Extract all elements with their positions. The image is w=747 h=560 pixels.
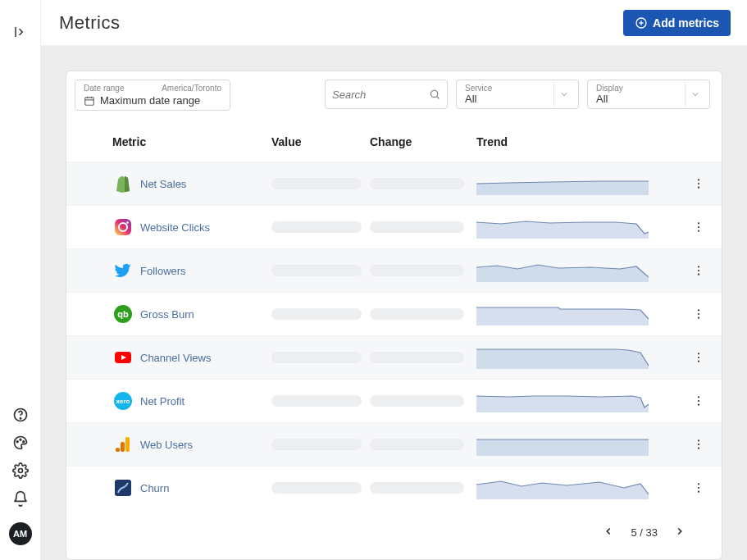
metric-link[interactable]: Followers xyxy=(140,265,186,277)
page-title: Metrics xyxy=(59,12,120,34)
notifications-bell-icon[interactable] xyxy=(11,489,30,508)
svg-rect-10 xyxy=(85,97,94,104)
table-header: Metric Value Change Trend xyxy=(66,119,722,162)
trend-sparkline xyxy=(476,433,649,456)
value-placeholder xyxy=(271,265,362,276)
row-more-button[interactable] xyxy=(687,481,710,494)
add-metrics-label: Add metrics xyxy=(653,16,719,30)
display-select-value: All xyxy=(596,93,623,105)
expand-nav-button[interactable] xyxy=(11,22,30,42)
source-icon: xero xyxy=(112,390,134,412)
svg-point-45 xyxy=(116,448,120,452)
metric-link[interactable]: Gross Burn xyxy=(140,308,194,321)
svg-rect-44 xyxy=(121,442,125,452)
metric-link[interactable]: Website Clicks xyxy=(140,221,210,234)
search-input[interactable] xyxy=(332,89,429,101)
pager-prev-button[interactable] xyxy=(599,522,617,543)
table-row: Web Users xyxy=(66,422,722,466)
change-placeholder xyxy=(370,352,464,363)
row-more-button[interactable] xyxy=(687,264,710,277)
svg-point-22 xyxy=(698,222,699,224)
svg-point-3 xyxy=(16,441,18,443)
date-range-picker[interactable]: Date range America/Toronto Maximum date … xyxy=(75,80,230,111)
row-more-button[interactable] xyxy=(687,394,710,407)
change-placeholder xyxy=(370,221,464,233)
table-row: Channel Views xyxy=(66,335,722,379)
value-placeholder xyxy=(271,221,362,233)
trend-sparkline xyxy=(476,172,649,195)
pager: 5 / 33 xyxy=(66,509,722,559)
svg-text:xero: xero xyxy=(116,398,130,405)
table-row: Website Clicks xyxy=(66,205,722,248)
value-placeholder xyxy=(271,352,362,363)
trend-sparkline xyxy=(476,216,649,239)
change-placeholder xyxy=(370,308,464,320)
svg-point-35 xyxy=(698,353,699,354)
svg-point-37 xyxy=(698,361,699,362)
svg-line-15 xyxy=(437,97,440,99)
row-more-button[interactable] xyxy=(687,351,710,364)
svg-point-52 xyxy=(698,491,699,493)
row-more-button[interactable] xyxy=(687,177,710,190)
add-metrics-button[interactable]: Add metrics xyxy=(623,10,731,36)
settings-gear-icon[interactable] xyxy=(11,461,30,480)
value-placeholder xyxy=(271,178,362,189)
help-icon[interactable] xyxy=(11,405,30,425)
metric-link[interactable]: Channel Views xyxy=(140,352,211,364)
trend-sparkline xyxy=(476,389,649,412)
source-icon xyxy=(112,434,134,455)
svg-point-36 xyxy=(698,357,699,358)
table-row: xero Net Profit xyxy=(66,379,722,422)
plus-circle-icon xyxy=(635,16,648,30)
metric-link[interactable]: Web Users xyxy=(140,439,193,451)
row-more-button[interactable] xyxy=(687,307,710,321)
search-icon xyxy=(429,88,440,101)
metric-link[interactable]: Net Profit xyxy=(140,395,184,407)
svg-point-6 xyxy=(18,469,22,473)
change-placeholder xyxy=(370,482,464,494)
change-placeholder xyxy=(370,395,464,407)
date-range-value: Maximum date range xyxy=(100,94,200,107)
service-select[interactable]: Service All xyxy=(456,80,579,109)
svg-point-23 xyxy=(698,226,699,228)
svg-point-24 xyxy=(698,230,699,232)
row-more-button[interactable] xyxy=(687,438,710,451)
display-select[interactable]: Display All xyxy=(587,80,710,109)
svg-point-17 xyxy=(698,183,699,184)
svg-point-30 xyxy=(698,309,699,311)
source-icon xyxy=(112,477,134,499)
source-icon xyxy=(112,216,134,238)
service-select-label: Service xyxy=(465,84,492,93)
source-icon xyxy=(112,260,134,281)
svg-point-48 xyxy=(698,448,699,449)
trend-sparkline xyxy=(476,303,649,326)
top-bar: Metrics Add metrics xyxy=(41,0,747,46)
source-icon xyxy=(112,347,134,368)
table-row: Net Sales xyxy=(66,162,722,205)
palette-icon[interactable] xyxy=(11,433,30,453)
change-placeholder xyxy=(370,265,464,276)
svg-point-42 xyxy=(698,404,699,406)
left-nav-rail: AM xyxy=(0,0,41,560)
date-range-tz: America/Toronto xyxy=(162,84,221,93)
metric-link[interactable]: Net Sales xyxy=(140,178,186,190)
display-select-label: Display xyxy=(596,84,623,93)
trend-sparkline xyxy=(476,346,649,369)
change-placeholder xyxy=(370,439,464,450)
value-placeholder xyxy=(271,308,362,320)
svg-point-41 xyxy=(698,400,699,402)
pager-next-button[interactable] xyxy=(671,522,689,543)
date-range-label: Date range xyxy=(84,84,124,93)
search-box[interactable] xyxy=(325,80,448,109)
svg-point-5 xyxy=(22,441,24,443)
user-avatar[interactable]: AM xyxy=(9,522,32,545)
metric-link[interactable]: Churn xyxy=(140,482,169,494)
svg-point-14 xyxy=(430,90,437,97)
chevron-down-icon xyxy=(559,89,569,99)
col-value: Value xyxy=(271,135,370,148)
svg-point-31 xyxy=(698,313,699,315)
pager-label: 5 / 33 xyxy=(631,526,658,539)
row-more-button[interactable] xyxy=(687,221,710,234)
svg-point-46 xyxy=(698,439,699,441)
metrics-card: Date range America/Toronto Maximum date … xyxy=(66,71,722,560)
